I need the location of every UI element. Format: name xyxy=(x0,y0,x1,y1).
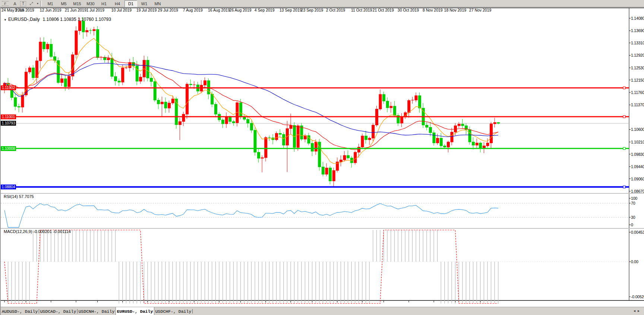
date-axis-label[interactable]: 29 Jul 2019 xyxy=(158,8,178,12)
price-axis-label: 1.09830 xyxy=(631,152,644,157)
date-axis-label[interactable]: 19 Jul 2019 xyxy=(136,8,157,12)
line-handle[interactable] xyxy=(623,87,625,89)
date-axis-label[interactable]: 10 Jul 2019 xyxy=(111,8,132,12)
candle-body xyxy=(479,143,482,148)
date-axis-label[interactable]: 26 Aug 2019 xyxy=(230,8,252,12)
candle-body xyxy=(332,170,335,181)
date-axis-label[interactable]: 1 Jul 2019 xyxy=(86,8,104,12)
date-axis-label[interactable]: 23 Sep 2019 xyxy=(301,8,323,12)
line-handle[interactable] xyxy=(623,116,625,118)
timeframe-button-h4[interactable]: H4 xyxy=(111,0,124,7)
panel-splitter[interactable] xyxy=(1,193,644,194)
tab-scroll-arrows: ◂▸ xyxy=(634,309,642,313)
timeframe-button-m1[interactable]: M1 xyxy=(44,0,57,7)
candle-body xyxy=(136,66,138,81)
fibonacci-icon[interactable]: F xyxy=(2,1,9,6)
timeframe-button-w1[interactable]: W1 xyxy=(138,0,151,7)
rsi-axis-label: 0 xyxy=(631,223,633,227)
price-axis-label: 1.08670 xyxy=(631,189,644,193)
chart-tab-usdcad[interactable]: USDCAD-, Daily xyxy=(39,307,77,315)
candle-body xyxy=(21,95,24,107)
chart-tab-eurusd[interactable]: EURUSD-, Daily xyxy=(116,307,154,315)
tab-separator xyxy=(192,309,193,314)
candle-body xyxy=(43,42,45,49)
date-axis-label[interactable]: 8 Nov 2019 xyxy=(423,8,443,12)
timeframe-button-m30[interactable]: M30 xyxy=(84,0,97,7)
candle-body xyxy=(476,143,478,145)
line-handle[interactable] xyxy=(623,186,625,188)
price-axis-label: 1.11370 xyxy=(631,103,644,107)
date-axis-label[interactable]: 2 Oct 2019 xyxy=(326,8,345,12)
date-axis-label[interactable]: 21 Jun 2019 xyxy=(65,8,86,12)
chart-canvas[interactable] xyxy=(1,8,644,315)
candle-body xyxy=(79,21,81,31)
candle-body xyxy=(50,44,53,56)
date-axis-label[interactable]: 12 Jun 2019 xyxy=(40,8,61,12)
timeframe-button-h1[interactable]: H1 xyxy=(98,0,110,7)
candle-body xyxy=(225,117,228,124)
price-axis-label: 1.14080 xyxy=(631,16,644,21)
timeframe-button-m15[interactable]: M15 xyxy=(71,0,83,7)
panel-splitter[interactable] xyxy=(1,228,644,229)
rsi-axis-label: 100 xyxy=(631,196,637,201)
candle-body xyxy=(379,94,382,109)
date-axis-label[interactable]: 3 Jun 2019 xyxy=(15,8,34,12)
candle-body xyxy=(111,58,113,76)
candle-body xyxy=(386,101,389,108)
text-icon[interactable]: T xyxy=(20,1,26,6)
candle-body xyxy=(168,103,171,108)
price-axis-label: 1.09060 xyxy=(631,177,644,181)
line-studies-toolbar: F A T ⤢ ▾ M1M5M15M30H1H4D1W1MN xyxy=(0,0,644,7)
candle-body xyxy=(282,134,285,145)
candle-body xyxy=(393,106,396,116)
line-handle[interactable] xyxy=(623,147,625,149)
candle-body xyxy=(214,104,217,114)
date-axis-label[interactable]: 11 Oct 2019 xyxy=(351,8,372,12)
candle-body xyxy=(258,152,260,158)
current-price-label: 1.10793 xyxy=(1,121,16,126)
candle-body xyxy=(368,138,371,140)
chart-window[interactable]: ▼EURUSD-,Daily1.10806 1.10835 1.10760 1.… xyxy=(0,8,644,315)
price-axis-label: 1.13690 xyxy=(631,28,644,33)
candle-body xyxy=(179,122,181,125)
timeframe-button-m5[interactable]: M5 xyxy=(57,0,70,7)
candle-body xyxy=(35,61,38,78)
timeframe-button-mn[interactable]: MN xyxy=(151,0,164,7)
candle-body xyxy=(447,142,449,147)
price-axis-label: 1.12530 xyxy=(631,66,644,70)
candle-body xyxy=(28,68,31,72)
tab-scroll-left-icon[interactable]: ◂ xyxy=(634,309,638,313)
price-line-label: 1.11001 xyxy=(1,114,16,119)
date-axis-label[interactable]: 21 Oct 2019 xyxy=(373,8,394,12)
date-axis-label[interactable]: 7 Aug 2019 xyxy=(183,8,203,12)
candle-body xyxy=(383,94,385,101)
chart-tab-audusd[interactable]: AUDUSD-, Daily xyxy=(1,307,39,315)
date-axis-label[interactable]: 18 Nov 2019 xyxy=(444,8,467,12)
price-axis-label: 1.11760 xyxy=(631,90,644,95)
chart-ohlc-header: ▼EURUSD-,Daily1.10806 1.10835 1.10760 1.… xyxy=(4,17,111,22)
date-axis-label[interactable]: 4 Sep 2019 xyxy=(255,8,275,12)
candle-body xyxy=(443,146,446,147)
candle-body xyxy=(315,142,317,151)
date-axis-label[interactable]: 30 Oct 2019 xyxy=(398,8,419,12)
candle-body xyxy=(436,138,439,143)
chart-tab-usdcnh[interactable]: USDCNH-, Daily xyxy=(78,307,116,315)
mt4-terminal: F A T ⤢ ▾ M1M5M15M30H1H4D1W1MN ▼EURUSD-,… xyxy=(0,0,644,315)
timeframe-button-d1[interactable]: D1 xyxy=(124,0,137,7)
date-axis-label[interactable]: 27 Nov 2019 xyxy=(469,8,492,12)
arrows-icon[interactable]: ⤢ xyxy=(27,1,36,7)
symbol-dropdown-icon[interactable]: ▼ xyxy=(4,18,7,22)
chart-tab-usdchf[interactable]: USDCHF-, Daily xyxy=(154,307,192,315)
candle-body xyxy=(232,122,235,123)
candle-body xyxy=(372,125,375,138)
price-axis-label: 1.10210 xyxy=(631,140,644,144)
chevron-down-icon[interactable]: ▾ xyxy=(37,2,38,5)
candle-body xyxy=(343,155,346,160)
candle-body xyxy=(440,138,442,146)
date-axis-label[interactable]: 13 Sep 2019 xyxy=(280,8,302,12)
price-line-label: 1.11902 xyxy=(1,85,16,90)
candle-body xyxy=(114,76,117,81)
date-axis-label[interactable]: 16 Aug 2019 xyxy=(208,8,230,12)
text-label-icon[interactable]: A xyxy=(10,1,19,7)
tab-scroll-right-icon[interactable]: ▸ xyxy=(638,309,642,313)
